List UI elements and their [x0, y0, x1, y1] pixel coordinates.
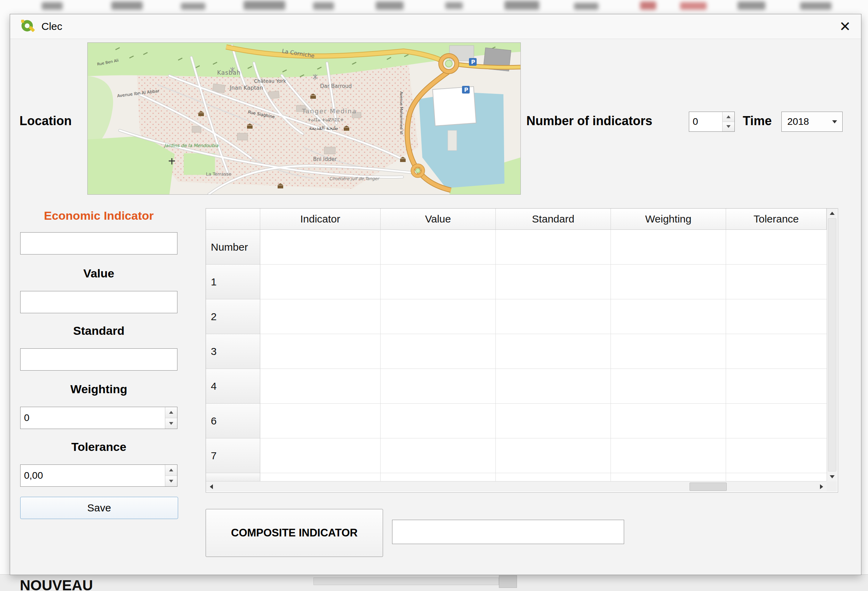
row-header-6[interactable]: 6	[206, 404, 260, 438]
weighting-input[interactable]	[21, 407, 165, 429]
table-cell[interactable]	[726, 404, 827, 438]
table-cell[interactable]	[381, 473, 496, 481]
table-cell[interactable]	[726, 438, 827, 473]
scroll-up-button[interactable]	[827, 209, 837, 218]
table-cell[interactable]	[726, 473, 827, 481]
table-cell[interactable]	[611, 438, 726, 473]
column-header-standard[interactable]: Standard	[496, 209, 611, 230]
table-cell[interactable]	[381, 404, 496, 438]
economic-indicator-title: Economic Indicator	[20, 209, 177, 223]
indicators-table: Indicator Value Standard Weighting Toler…	[205, 208, 838, 492]
close-button[interactable]: ✕	[829, 14, 861, 38]
spin-down-button[interactable]	[165, 476, 177, 487]
scroll-right-button[interactable]	[816, 482, 827, 492]
table-cell[interactable]	[260, 230, 381, 265]
table-cell[interactable]	[260, 473, 381, 481]
economic-indicator-input[interactable]	[20, 232, 177, 255]
scroll-left-button[interactable]	[206, 482, 216, 492]
table-cell[interactable]	[260, 334, 381, 369]
table-cell[interactable]	[381, 299, 496, 334]
table-cell[interactable]	[496, 334, 611, 369]
table-cell[interactable]	[726, 369, 827, 404]
table-cell[interactable]	[496, 299, 611, 334]
column-header-weighting[interactable]: Weighting	[611, 209, 726, 230]
table-cell[interactable]	[260, 265, 381, 299]
table-cell[interactable]	[611, 334, 726, 369]
table-cell[interactable]	[611, 473, 726, 481]
standard-input[interactable]	[20, 348, 177, 371]
save-button[interactable]: Save	[20, 497, 178, 519]
weighting-spinbox[interactable]	[20, 407, 177, 429]
window-title: Clec	[41, 21, 62, 32]
table-cell[interactable]	[381, 230, 496, 265]
horizontal-scrollbar-thumb[interactable]	[689, 482, 727, 491]
table-cell[interactable]	[260, 299, 381, 334]
table-cell[interactable]	[381, 334, 496, 369]
row-header-3[interactable]: 3	[206, 334, 260, 369]
column-header-value[interactable]: Value	[381, 209, 496, 230]
spin-buttons	[165, 407, 177, 429]
table-cell[interactable]	[260, 438, 381, 473]
composite-indicator-input[interactable]	[392, 520, 624, 544]
map-image: P P	[88, 43, 520, 195]
row-header-filler	[206, 473, 260, 481]
row-header-4[interactable]: 4	[206, 369, 260, 404]
table-cell[interactable]	[611, 404, 726, 438]
row-header-1[interactable]: 1	[206, 265, 260, 299]
table-cell[interactable]	[611, 230, 726, 265]
value-label: Value	[20, 267, 177, 280]
table-cell[interactable]	[496, 369, 611, 404]
tolerance-spinbox[interactable]	[20, 464, 177, 487]
table-cell[interactable]	[381, 265, 496, 299]
map-label-tanger-medina-arabic: طنجة القديمة	[309, 125, 338, 131]
left-arrow-icon	[210, 484, 213, 489]
svg-text:P: P	[471, 59, 475, 65]
right-arrow-icon	[820, 484, 823, 489]
spin-up-button[interactable]	[165, 407, 177, 418]
table-cell[interactable]	[496, 473, 611, 481]
table-cell[interactable]	[260, 369, 381, 404]
horizontal-scrollbar[interactable]	[206, 481, 827, 492]
map-label-dar-barroud: Dar Barroud	[320, 83, 352, 89]
number-of-indicators-input[interactable]	[689, 112, 722, 131]
up-arrow-icon	[169, 469, 173, 472]
row-header-2[interactable]: 2	[206, 299, 260, 334]
table-cell[interactable]	[496, 265, 611, 299]
table-cell[interactable]	[726, 230, 827, 265]
table-cell[interactable]	[726, 265, 827, 299]
vertical-scrollbar-thumb[interactable]	[828, 218, 836, 472]
spin-up-button[interactable]	[165, 465, 177, 476]
up-arrow-icon	[726, 115, 731, 118]
spin-down-button[interactable]	[165, 418, 177, 429]
time-dropdown[interactable]: 2018	[781, 112, 843, 132]
table-corner-header[interactable]	[206, 209, 260, 230]
spin-up-button[interactable]	[723, 112, 734, 122]
standard-label: Standard	[20, 324, 177, 338]
tolerance-input[interactable]	[21, 465, 165, 486]
table-cell[interactable]	[611, 299, 726, 334]
row-header-number[interactable]: Number	[206, 230, 260, 265]
table-cell[interactable]	[611, 265, 726, 299]
weighting-label: Weighting	[20, 382, 177, 396]
column-header-tolerance[interactable]: Tolerance	[726, 209, 827, 230]
composite-indicator-button[interactable]: COMPOSITE INDICATOR	[205, 509, 383, 557]
table-cell[interactable]	[381, 438, 496, 473]
spin-down-button[interactable]	[723, 122, 734, 132]
value-input[interactable]	[20, 291, 177, 313]
underlying-scrollbar	[313, 578, 499, 585]
column-header-indicator[interactable]: Indicator	[260, 209, 381, 230]
scroll-down-button[interactable]	[827, 472, 837, 481]
table-cell[interactable]	[381, 369, 496, 404]
table-cell[interactable]	[496, 230, 611, 265]
up-arrow-icon	[169, 411, 173, 414]
spin-buttons	[165, 465, 177, 486]
table-cell[interactable]	[611, 369, 726, 404]
table-cell[interactable]	[496, 404, 611, 438]
table-cell[interactable]	[726, 299, 827, 334]
table-cell[interactable]	[260, 404, 381, 438]
table-cell[interactable]	[726, 334, 827, 369]
vertical-scrollbar[interactable]	[827, 209, 837, 481]
row-header-7[interactable]: 7	[206, 438, 260, 473]
number-of-indicators-spinbox[interactable]	[689, 112, 735, 132]
table-cell[interactable]	[496, 438, 611, 473]
